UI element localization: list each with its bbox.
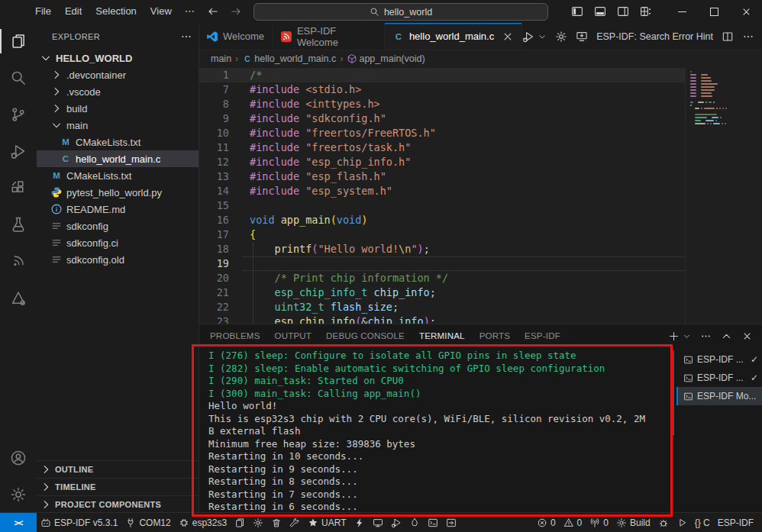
nav-forward-icon[interactable]: [230, 5, 242, 18]
customize-layout-icon[interactable]: [640, 5, 652, 18]
status-debug-status[interactable]: [654, 513, 673, 532]
status-warnings[interactable]: 0: [560, 513, 586, 532]
menu-view[interactable]: View: [144, 3, 179, 20]
code-editor[interactable]: 17891011121314151617181920212223 /*#incl…: [199, 67, 762, 324]
status-open-terminal[interactable]: [424, 513, 442, 532]
tree-item-sdkconfig[interactable]: sdkconfig: [37, 218, 199, 234]
status-launch[interactable]: [673, 513, 691, 532]
menu-selection[interactable]: Selection: [89, 3, 143, 20]
sidebar-sections: OUTLINETIMELINEPROJECT COMPONENTS: [37, 460, 199, 513]
activity-testing[interactable]: [0, 206, 37, 243]
tree-item-cmakelists-txt[interactable]: MCMakeLists.txt: [37, 167, 199, 184]
panel-tab-terminal[interactable]: TERMINAL: [419, 331, 465, 340]
tree-item-hello-world-main-c[interactable]: Chello_world_main.c: [37, 150, 199, 167]
extensions-icon: [10, 179, 27, 196]
status-esp-idf-extension[interactable]: ESP-IDF: [714, 513, 757, 532]
terminal-output[interactable]: I (276) sleep: Configure to isolate all …: [199, 347, 669, 513]
tree-item-sdkconfig-old[interactable]: sdkconfig.old: [37, 251, 199, 268]
split-editor-icon[interactable]: [722, 31, 734, 43]
status-esp-idf-version[interactable]: ESP-IDF v5.3.1: [37, 513, 121, 532]
activity-esp-idf-explorer[interactable]: [0, 279, 37, 316]
activity-extensions[interactable]: [0, 169, 37, 206]
breadcrumb-app-main-void-[interactable]: app_main(void): [347, 53, 425, 64]
activity-explorer[interactable]: [0, 23, 37, 60]
status-select-project-folder[interactable]: [231, 513, 249, 532]
toggle-panel-icon[interactable]: [594, 5, 606, 18]
readme-file-icon: [50, 203, 63, 215]
status-ports-forwarded[interactable]: 0: [586, 513, 612, 532]
toggle-secondary-sidebar-icon[interactable]: [617, 5, 629, 18]
terminal-list-item-2[interactable]: ESP-IDF ...✓: [676, 369, 762, 387]
panel-tab-output[interactable]: OUTPUT: [275, 331, 312, 340]
section-timeline[interactable]: TIMELINE: [37, 478, 199, 495]
status-sdk-configuration[interactable]: [249, 513, 267, 532]
tab-esp-idf-welcome[interactable]: ESP-IDF Welcome: [273, 23, 385, 50]
search-error-hint-button[interactable]: ESP-IDF: Search Error Hint: [596, 31, 713, 42]
explorer-more-icon[interactable]: [180, 31, 192, 43]
panel-tab-debug-console[interactable]: DEBUG CONSOLE: [326, 331, 405, 340]
status-errors[interactable]: 0: [533, 513, 560, 532]
panel-tab-ports[interactable]: PORTS: [479, 331, 510, 340]
panel-tab-esp-idf[interactable]: ESP-IDF: [525, 331, 560, 340]
terminal-scrollbar[interactable]: [669, 347, 676, 513]
menu-edit[interactable]: Edit: [58, 3, 89, 20]
status-build-flash-monitor[interactable]: [405, 513, 424, 532]
terminal-list-item-3[interactable]: ESP-IDF Mo...: [676, 387, 762, 405]
activity-source-control[interactable]: [0, 96, 37, 133]
status-language-mode[interactable]: {} C: [691, 513, 714, 532]
tree-item-pytest-hello-world-py[interactable]: pytest_hello_world.py: [37, 184, 199, 201]
tree-item-main[interactable]: main: [37, 117, 199, 134]
activity-run-and-debug[interactable]: [0, 133, 37, 169]
status-full-clean[interactable]: [267, 513, 286, 532]
status-cmake-build[interactable]: Build: [612, 513, 654, 532]
chevron-down-icon[interactable]: [683, 332, 691, 340]
breadcrumb-main[interactable]: main: [211, 53, 231, 64]
menu-more-button[interactable]: ⋯: [179, 3, 202, 20]
status-debug[interactable]: [387, 513, 405, 532]
more-actions-icon[interactable]: [700, 330, 712, 342]
tree-item--vscode[interactable]: .vscode: [37, 83, 199, 100]
tree-item-readme-md[interactable]: README.md: [37, 201, 199, 218]
breadcrumb-hello-world-main-c[interactable]: Chello_world_main.c: [242, 53, 336, 64]
tab-welcome[interactable]: Welcome: [199, 23, 273, 50]
section-outline[interactable]: OUTLINE: [37, 460, 199, 478]
status-idf-tools[interactable]: [286, 513, 304, 532]
status-device-target[interactable]: esp32s3: [175, 513, 231, 532]
activity-accounts[interactable]: [0, 440, 37, 476]
nav-back-icon[interactable]: [207, 5, 219, 18]
debug-run-dropdown-icon[interactable]: [522, 31, 534, 43]
install-on-device-icon[interactable]: [576, 31, 588, 43]
close-panel-icon[interactable]: [741, 330, 753, 342]
tree-item-cmakelists-txt[interactable]: MCMakeLists.txt: [37, 134, 199, 150]
panel-tab-problems[interactable]: PROBLEMS: [210, 331, 260, 340]
close-tab-icon[interactable]: [502, 31, 514, 43]
tree-item--devcontainer[interactable]: .devcontainer: [37, 66, 199, 83]
status-flash-device[interactable]: [350, 513, 369, 532]
maximize-panel-icon[interactable]: [721, 330, 732, 342]
status-remote-indicator[interactable]: ><: [0, 513, 37, 532]
toggle-sidebar-icon[interactable]: [571, 5, 583, 18]
minimize-button[interactable]: [666, 0, 698, 23]
minimap[interactable]: [685, 67, 762, 324]
command-center-search[interactable]: hello_world: [253, 3, 548, 21]
new-terminal-icon[interactable]: [668, 330, 680, 342]
activity-esp-idf-welcome[interactable]: [0, 243, 37, 279]
terminal-list-item-1[interactable]: ESP-IDF ...✓: [676, 350, 762, 369]
status-monitor-device[interactable]: [369, 513, 387, 532]
status-serial-port[interactable]: COM12: [121, 513, 174, 532]
settings-gear-icon[interactable]: [555, 31, 567, 43]
section-project-components[interactable]: PROJECT COMPONENTS: [37, 495, 199, 513]
tree-item-sdkconfig-ci[interactable]: sdkconfig.ci: [37, 234, 199, 251]
status-flash-method[interactable]: UART: [304, 513, 350, 532]
tree-root-folder[interactable]: HELLO_WORLD: [37, 50, 199, 66]
close-button[interactable]: [730, 0, 762, 23]
activity-manage[interactable]: [0, 476, 37, 513]
menu-file[interactable]: File: [28, 3, 58, 20]
tab-hello-world-main-c[interactable]: Chello_world_main.c: [385, 23, 522, 50]
maximize-button[interactable]: [698, 0, 730, 23]
tree-item-build[interactable]: build: [37, 100, 199, 117]
more-actions-icon[interactable]: [742, 31, 754, 43]
activity-search[interactable]: [0, 60, 37, 96]
status-execute-task[interactable]: [442, 513, 460, 532]
chevron-down-icon[interactable]: [538, 32, 547, 41]
